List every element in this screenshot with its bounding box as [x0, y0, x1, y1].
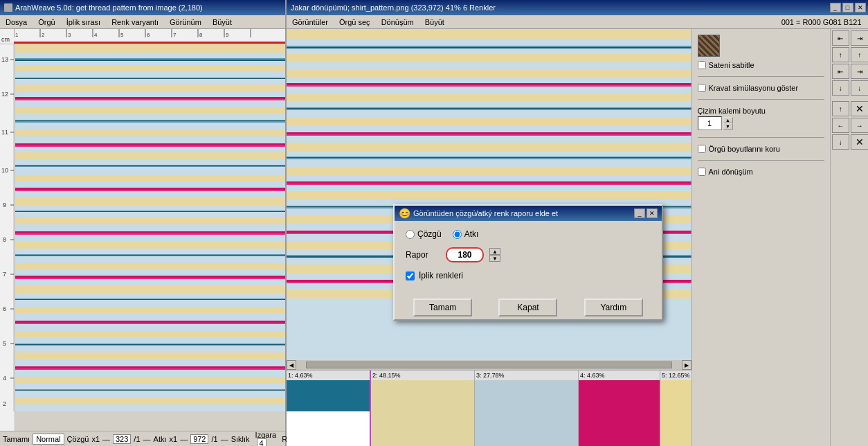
tool-btn-13[interactable]: ↓: [832, 134, 850, 150]
menu-renk[interactable]: Renk varyantı: [109, 18, 161, 26]
tool-btn-8[interactable]: ↓: [851, 80, 868, 96]
svg-rect-57: [15, 100, 285, 107]
minimize-button[interactable]: _: [830, 3, 841, 12]
color-segment-3: 3: 27.78%: [475, 371, 579, 446]
dialog-close[interactable]: ✕: [647, 208, 658, 218]
tool-btn-12[interactable]: →: [851, 118, 868, 133]
tool-btn-4[interactable]: ↑: [851, 47, 868, 62]
sateni-checkbox[interactable]: [698, 61, 706, 69]
kapat-button[interactable]: Kapat: [498, 298, 557, 316]
pen-down-button[interactable]: ▼: [723, 123, 733, 130]
svg-rect-147: [287, 110, 691, 117]
right-menu-bar: Görüntüler Örgü seç Dönüşüm Büyüt 001 = …: [287, 15, 868, 29]
iplik-checkbox[interactable]: [406, 271, 415, 280]
tamam-button[interactable]: Tamam: [413, 298, 472, 316]
svg-rect-123: [15, 384, 285, 389]
rapor-down-button[interactable]: ▼: [489, 255, 500, 262]
svg-rect-97: [15, 270, 285, 276]
svg-rect-85: [15, 217, 285, 224]
tool-btn-1[interactable]: ⇤: [832, 30, 850, 46]
svg-rect-102: [15, 293, 285, 298]
svg-rect-109: [15, 323, 285, 324]
color-label-3: 3: 27.78%: [475, 371, 578, 380]
svg-rect-100: [15, 279, 285, 286]
color-block-5: [660, 380, 691, 446]
svg-rect-74: [15, 167, 285, 175]
svg-rect-88: [15, 233, 285, 235]
svg-text:8: 8: [199, 32, 203, 38]
status-slash1: /1: [134, 435, 140, 443]
tool-btn-9[interactable]: ↑: [832, 101, 850, 116]
scroll-left[interactable]: ◀: [287, 360, 296, 370]
svg-rect-94: [15, 256, 285, 256]
svg-rect-142: [287, 93, 691, 102]
menu-orgu[interactable]: Örgü: [35, 18, 57, 26]
menu-goruntüler[interactable]: Görüntüler: [289, 18, 331, 26]
svg-rect-89: [15, 235, 285, 242]
status-siklik: Sıklık: [231, 435, 250, 443]
orgu-koru-label: Örgü boyutlarını koru: [709, 145, 780, 153]
svg-rect-96: [15, 263, 285, 270]
tool-btn-14[interactable]: ✕: [851, 134, 868, 150]
svg-rect-125: [15, 390, 285, 391]
svg-rect-116: [15, 346, 285, 353]
ani-checkbox[interactable]: [698, 168, 706, 176]
svg-rect-93: [15, 255, 285, 256]
svg-text:9: 9: [226, 32, 229, 38]
svg-rect-66: [15, 143, 285, 145]
color-block-3: [475, 380, 578, 446]
svg-rect-150: [287, 132, 691, 134]
yardim-button[interactable]: Yardım: [584, 298, 643, 316]
svg-rect-107: [15, 314, 285, 321]
sateni-sabitle-item: Sateni sabitle: [698, 61, 824, 69]
tool-btn-7[interactable]: ↓: [832, 80, 850, 96]
status-x1: x1: [91, 435, 100, 443]
tool-btn-10[interactable]: ✕: [851, 101, 868, 116]
menu-gorunum[interactable]: Görünüm: [167, 18, 204, 26]
svg-rect-160: [287, 176, 691, 181]
color-label-1: 1: 4.63%: [287, 371, 370, 380]
svg-rect-149: [287, 125, 691, 132]
pen-up-button[interactable]: ▲: [723, 117, 733, 123]
maximize-button[interactable]: □: [842, 3, 853, 12]
menu-iplik[interactable]: İplik sırası: [64, 18, 104, 26]
svg-rect-76: [15, 182, 285, 188]
color-segment-2: 2: 48.15%: [371, 371, 475, 446]
svg-rect-120: [15, 368, 285, 370]
scroll-thumb[interactable]: [306, 362, 672, 368]
radio-atky[interactable]: [453, 230, 462, 239]
svg-rect-162: [287, 184, 691, 185]
tool-btn-6[interactable]: ⇥: [851, 64, 868, 79]
kravat-item: Kravat simülasyonu göster: [698, 84, 824, 92]
menu-donusum[interactable]: Dönüşüm: [379, 18, 417, 26]
menu-dosya[interactable]: Dosya: [3, 18, 30, 26]
orgu-koru-checkbox[interactable]: [698, 145, 706, 153]
radio-cozgu[interactable]: [406, 230, 415, 239]
close-button[interactable]: ✕: [855, 3, 866, 12]
right-toolbar: ⇤ ⇥ ↑ ↑ ⇤ ⇥ ↓ ↓: [830, 29, 868, 446]
color-block-1-bottom: [287, 411, 370, 446]
top-ruler: cm 1 2 3 4 5 6 7 8: [0, 29, 285, 44]
pen-label: Çizim kalemi boyutu: [698, 107, 824, 115]
color-label-5: 5: 12.65%: [660, 371, 691, 380]
svg-rect-101: [15, 286, 285, 293]
rapor-input[interactable]: [446, 247, 484, 262]
tool-btn-3[interactable]: ↑: [832, 47, 850, 62]
tool-btn-2[interactable]: ⇥: [851, 30, 868, 46]
pen-input[interactable]: 1: [698, 116, 722, 130]
kravat-checkbox[interactable]: [698, 84, 706, 92]
left-window-title: ArahWeave 5.0d: get thread pattern from …: [15, 3, 203, 12]
svg-rect-98: [15, 276, 285, 278]
tool-btn-11[interactable]: ←: [832, 118, 850, 133]
scroll-right[interactable]: ▶: [682, 360, 691, 370]
menu-orgu-sec[interactable]: Örgü seç: [336, 18, 373, 26]
rapor-up-button[interactable]: ▲: [489, 248, 500, 255]
horizontal-scrollbar[interactable]: ◀ ▶: [287, 360, 691, 370]
color-block-1-top: [287, 380, 370, 411]
menu-buyut[interactable]: Büyüt: [210, 18, 235, 26]
dialog-minimize[interactable]: _: [634, 208, 645, 218]
color-segment-4: 4: 4.63%: [579, 371, 660, 446]
tool-btn-5[interactable]: ⇤: [832, 64, 850, 79]
status-tamam: Tamamı: [3, 435, 30, 443]
menu-buyut-right[interactable]: Büyüt: [422, 18, 447, 26]
